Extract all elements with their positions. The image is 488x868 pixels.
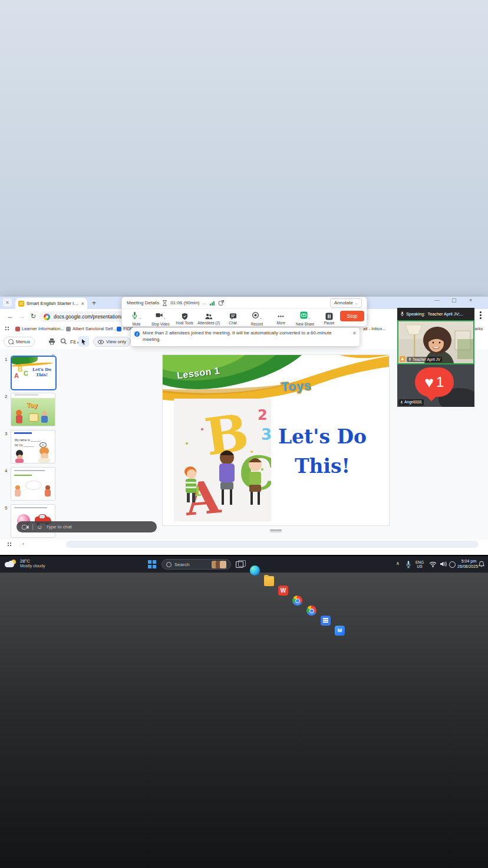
speaking-header[interactable]: Speaking: Teacher April JV;... (397, 308, 474, 320)
share-screen-icon (300, 311, 308, 319)
screen: × Smart English Starter lesson1 Pr × + —… (0, 0, 488, 868)
notification-bell-icon[interactable] (479, 561, 484, 567)
desktop-wallpaper-bottom (0, 573, 488, 868)
tab-close-icon[interactable]: × (81, 301, 84, 307)
thumb-number: 4 (5, 468, 7, 474)
bookmark-item[interactable]: Learner Information... (15, 326, 64, 331)
horizontal-scrollbar[interactable] (66, 541, 479, 548)
task-view-button[interactable] (236, 561, 243, 568)
tab-title: Smart English Starter lesson1 Pr (27, 301, 80, 306)
search-icon (166, 562, 172, 567)
zoom-fit-select[interactable]: Fit ▾ (70, 339, 79, 345)
view-only-badge[interactable]: View only (93, 337, 131, 347)
site-info-icon[interactable] (44, 314, 50, 320)
pause-button[interactable]: Pause (317, 310, 341, 327)
bookmark-item[interactable]: Albert Sanctoral Self... (66, 326, 117, 331)
forward-button[interactable]: → (19, 313, 25, 320)
host-badge-icon: ♟ (400, 356, 405, 362)
chrome-app-icon[interactable] (292, 596, 302, 606)
more-button[interactable]: More (269, 310, 293, 327)
notes-app-icon[interactable] (321, 616, 331, 626)
language-indicator[interactable]: ENGUS (416, 560, 424, 568)
participant-name-label: Teacher April JV (407, 357, 442, 362)
slide-thumbnail-4[interactable] (11, 467, 55, 501)
camera-icon (155, 311, 163, 319)
tray-mic-icon[interactable] (405, 560, 411, 568)
window-maximize-button[interactable]: ▢ (451, 297, 457, 303)
people-icon (205, 313, 213, 320)
meeting-details-button[interactable]: Meeting Details (127, 300, 159, 305)
weather-text[interactable]: 28°C Mostly cloudy (20, 559, 45, 568)
mic-icon (131, 311, 139, 319)
speaker-icon[interactable] (440, 561, 447, 567)
thumb-number: 1 (5, 357, 7, 362)
attendees-button[interactable]: Attendees (2) (197, 310, 221, 327)
more-dots-icon (277, 313, 285, 320)
collapse-filmstrip-icon[interactable]: ‹ (22, 541, 24, 547)
record-icon (252, 311, 259, 319)
clock[interactable]: 5:04 pm26/08/2025 (457, 559, 476, 569)
file-explorer-icon[interactable] (264, 576, 274, 586)
thumb-number: 2 (5, 394, 7, 399)
open-in-new-icon[interactable] (219, 300, 224, 305)
bookmark-icon (66, 327, 71, 331)
emoji-icon[interactable]: ☺ (37, 524, 42, 530)
camera-icon (22, 525, 29, 530)
select-tool-button[interactable] (78, 336, 89, 347)
edge-app-icon[interactable] (250, 565, 260, 576)
zoom-icon[interactable] (60, 338, 67, 345)
wps-office-icon[interactable]: W (278, 586, 288, 596)
abc-kids-illustration: B C A 1 2 3 (174, 399, 271, 521)
tray-status-icon[interactable] (449, 561, 456, 568)
wifi-icon[interactable] (429, 561, 437, 567)
bookmark-item[interactable]: ail - Inbox... (363, 326, 386, 331)
apps-grid-icon[interactable] (5, 326, 10, 331)
stop-sharing-button[interactable]: Stop (340, 311, 364, 321)
menus-button[interactable]: Menus (4, 337, 35, 347)
tab-strip-corner-icon[interactable]: × (3, 298, 12, 307)
slide-thumbnail-2[interactable]: Toy (11, 393, 55, 426)
network-signal-icon (210, 300, 215, 305)
window-close-button[interactable]: × (469, 297, 472, 303)
voov-meeting-icon[interactable]: M (335, 626, 345, 636)
reload-button[interactable]: ↻ (31, 313, 36, 320)
mute-button[interactable]: ⌄ Mute (124, 310, 149, 327)
video-participants-panel: Speaking: Teacher April JV;... ♟ (397, 308, 474, 407)
participant-video-student[interactable]: ♥ 1 Angel玥玥 (397, 364, 474, 407)
notification-text: More than 2 attendees joined the meeting… (143, 330, 343, 344)
tray-expand-chevron[interactable]: ∧ (396, 561, 400, 566)
host-tools-button[interactable]: Host Tools (173, 310, 197, 327)
slide-thumbnail-3[interactable]: My name is ______. Hi! I'm ______ Hi (11, 430, 55, 463)
panel-menu-icon[interactable] (480, 311, 482, 313)
mic-icon (408, 357, 411, 361)
thumb-number: 5 (5, 505, 7, 511)
new-tab-button[interactable]: + (92, 299, 96, 307)
cursor-icon (81, 338, 87, 345)
meeting-timer[interactable]: 01:06 (90min) (170, 300, 199, 305)
slide-thumbnail-1[interactable]: B A C Let's DoThis! (11, 356, 57, 390)
chevron-down-icon: ⌄ (355, 301, 358, 305)
url-text: docs.google.com/presentation/d/1l (54, 314, 130, 320)
annotate-button[interactable]: Annotate⌄ (330, 298, 362, 308)
chat-input-overlay[interactable]: ☺ Type to chat (17, 521, 157, 532)
chat-button[interactable]: Chat (221, 310, 245, 327)
weather-widget[interactable] (5, 560, 18, 568)
new-share-button[interactable]: ⌄ New Share (293, 310, 317, 327)
start-button[interactable] (148, 560, 156, 568)
shield-icon (181, 313, 189, 320)
speaker-notes-handle[interactable] (270, 530, 282, 531)
stop-video-button[interactable]: ⌄ Stop Video (149, 310, 173, 327)
info-icon: i (134, 331, 140, 337)
close-icon[interactable]: × (353, 330, 356, 344)
browser-tab-active[interactable]: Smart English Starter lesson1 Pr × (15, 298, 87, 309)
window-minimize-button[interactable]: — (434, 297, 440, 303)
meeting-toolbar-panel: Meeting Details 01:06 (90min) ⌄ Annotate… (121, 297, 367, 327)
chrome-profile-icon[interactable] (306, 606, 316, 616)
chevron-down-icon[interactable]: ⌄ (203, 301, 206, 305)
grid-view-button[interactable] (7, 542, 12, 547)
record-button[interactable]: ⌄ Record (245, 310, 269, 327)
participant-video-teacher[interactable]: ♟ Teacher April JV (397, 320, 474, 364)
taskbar-search[interactable]: Search (161, 559, 231, 570)
print-icon[interactable] (48, 338, 55, 345)
back-button[interactable]: ← (7, 313, 14, 320)
